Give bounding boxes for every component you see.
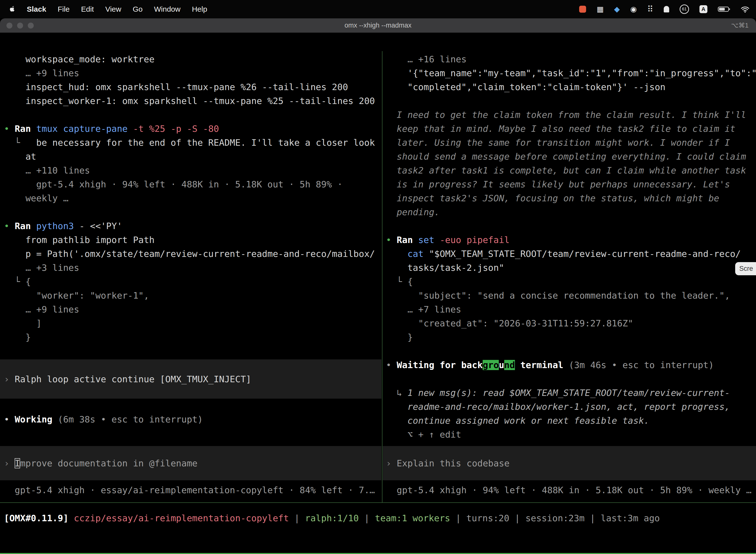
terminal-line: … +110 lines [4, 164, 381, 177]
menubar-status-area: ▦ ◆ ◉ ⠿ 61 A [579, 4, 756, 14]
screen-notification-overlay: Scre [735, 262, 756, 275]
terminal-line: '{"team_name":"my-team","task_id":"1","f… [386, 66, 756, 80]
screen-recording-indicator[interactable] [579, 6, 586, 13]
terminal-line: inspect_worker-1: omx sparkshell --tmux-… [4, 94, 381, 108]
input-source-badge[interactable]: A [699, 5, 707, 13]
terminal-line: cat "$OMX_TEAM_STATE_ROOT/team/review-cu… [386, 247, 756, 261]
terminal-window: omx --xhigh --madmax ⌥⌘1 workspace_mode:… [0, 18, 756, 554]
pane-divider-horizontal [0, 502, 756, 503]
terminal-line: from pathlib import Path [4, 233, 381, 247]
wifi-icon[interactable] [741, 6, 750, 13]
battery-icon[interactable] [718, 6, 730, 12]
terminal-line: • Waiting for background terminal (3m 46… [386, 358, 756, 372]
terminal-line: continue assigned work or next feasible … [386, 414, 756, 428]
omx-hud-line: [OMX#0.11.9] cczip/essay/ai-reimplementa… [4, 511, 756, 525]
prompt-input[interactable]: › Explain this codebase [383, 446, 756, 480]
terminal-line: p = Path('.omx/state/team/review-current… [4, 247, 381, 261]
terminal-line [4, 205, 381, 219]
terminal-line: gpt-5.4 xhigh · 94% left · 488K in · 5.1… [4, 177, 381, 191]
terminal-line: at [4, 150, 381, 164]
tmux-pane-left[interactable]: workspace_mode: worktree … +9 lines insp… [0, 51, 381, 502]
menu-item-edit[interactable]: Edit [81, 5, 94, 13]
terminal-line: workspace_mode: worktree [4, 52, 381, 66]
battery-percent-badge[interactable]: 61 [680, 4, 689, 14]
terminal-line: weekly … [4, 191, 381, 205]
apple-menu[interactable] [9, 6, 15, 13]
keyboard-grid-icon[interactable]: ▦ [596, 5, 604, 13]
terminal-line [4, 344, 381, 358]
terminal-line: … +9 lines [4, 66, 381, 80]
minimize-button[interactable] [17, 22, 23, 29]
zoom-button[interactable] [28, 22, 34, 29]
terminal-line [386, 94, 756, 108]
window-title: omx --xhigh --madmax [344, 21, 412, 29]
menu-item-help[interactable]: Help [192, 5, 207, 13]
prompt-input[interactable]: › Ralph loop active continue [OMX_TMUX_I… [0, 359, 381, 399]
window-titlebar[interactable]: omx --xhigh --madmax ⌥⌘1 [0, 18, 756, 33]
menu-item-window[interactable]: Window [154, 5, 181, 13]
menu-item-go[interactable]: Go [133, 5, 143, 13]
terminal-line: task2 after task1 is complete, but can I… [386, 164, 756, 177]
camera-icon[interactable]: ◉ [630, 5, 637, 13]
terminal-line: "created_at": "2026-03-31T11:59:27.816Z" [386, 317, 756, 330]
terminal-line: pending. [386, 205, 756, 219]
terminal-line: tasks/task-2.json" [386, 261, 756, 275]
terminal-line [386, 344, 756, 358]
battery-percent-value: 61 [682, 7, 687, 12]
terminal-line: later. Using the same for transition mig… [386, 136, 756, 150]
terminal-line: • Working (6m 38s • esc to interrupt) [4, 412, 381, 427]
terminal-line: keep that in mind. Maybe I also need the… [386, 122, 756, 136]
terminal-line: } [4, 330, 381, 344]
terminal-line: ⌥ + ↑ edit [386, 428, 756, 442]
terminal-line [4, 108, 381, 122]
terminal-line [386, 372, 756, 386]
terminal-line: } [386, 330, 756, 344]
terminal-line: └ be necessary for the end of the README… [4, 136, 381, 150]
terminal-line: I need to get the claim token from the c… [386, 108, 756, 122]
terminal-line: • Ran tmux capture-pane -t %25 -p -S -80 [4, 122, 381, 136]
terminal-line: "completed","claim_token":"claim-token"}… [386, 80, 756, 94]
terminal-line: gpt-5.4 xhigh · 94% left · 488K in · 5.1… [386, 483, 756, 497]
terminal-line: [OMX#0.11.9] cczip/essay/ai-reimplementa… [4, 511, 756, 525]
tmux-pane-right[interactable]: … +16 lines '{"team_name":"my-team","tas… [383, 51, 756, 502]
menu-item-view[interactable]: View [105, 5, 121, 13]
input-source-letter: A [701, 6, 705, 12]
terminal-line: … +9 lines [4, 302, 381, 317]
terminal-line [386, 219, 756, 233]
terminal-line: "worker": "worker-1", [4, 289, 381, 302]
menubar: Slack File Edit View Go Window Help ▦ ◆ … [0, 0, 756, 18]
ghost-icon[interactable] [664, 6, 669, 12]
terminal-line: └ { [386, 275, 756, 289]
screen: Slack File Edit View Go Window Help ▦ ◆ … [0, 0, 756, 554]
apps-grid-icon[interactable]: ⠿ [647, 5, 653, 13]
terminal-line: inspect_hud: omx sparkshell --tmux-pane … [4, 80, 381, 94]
prompt-input[interactable]: › Improve documentation in @filename [0, 446, 381, 480]
apple-icon [9, 6, 15, 13]
terminal-line: inspect task2's JSON, focusing on the st… [386, 191, 756, 205]
tmux-status-bar: [omx-cczip0:bash* "MacBook-Pro-44.local"… [0, 553, 756, 554]
menu-app-name[interactable]: Slack [27, 5, 46, 13]
terminal-line: should send a message before completing … [386, 150, 756, 164]
terminal-line: is in progress? It seems likely but perh… [386, 177, 756, 191]
droplet-icon[interactable]: ◆ [614, 5, 620, 13]
terminal-line: • Ran set -euo pipefail [386, 233, 756, 247]
terminal-line [4, 399, 381, 412]
terminal-line: "subject": "send a concise recommendatio… [386, 289, 756, 302]
terminal-line: gpt-5.4 xhigh · essay/ai-reimplementatio… [4, 483, 381, 497]
terminal-line: └ { [4, 275, 381, 289]
terminal-line: … +16 lines [386, 52, 756, 66]
menubar-left: Slack File Edit View Go Window Help [0, 5, 207, 13]
terminal-line: ] [4, 317, 381, 330]
terminal: workspace_mode: worktree … +9 lines insp… [0, 51, 756, 554]
terminal-line [4, 427, 381, 440]
close-button[interactable] [6, 22, 12, 29]
menu-item-file[interactable]: File [58, 5, 69, 13]
pane-divider-vertical[interactable] [382, 51, 382, 502]
terminal-line: … +3 lines [4, 261, 381, 275]
terminal-line: • Ran python3 - <<'PY' [4, 219, 381, 233]
terminal-line: readme-and-reco/mailbox/worker-1.json, a… [386, 400, 756, 414]
terminal-line: … +7 lines [386, 302, 756, 317]
terminal-line: ↳ 1 new msg(s): read $OMX_TEAM_STATE_ROO… [386, 386, 756, 400]
window-shortcut: ⌥⌘1 [731, 21, 749, 29]
traffic-lights [6, 18, 34, 33]
